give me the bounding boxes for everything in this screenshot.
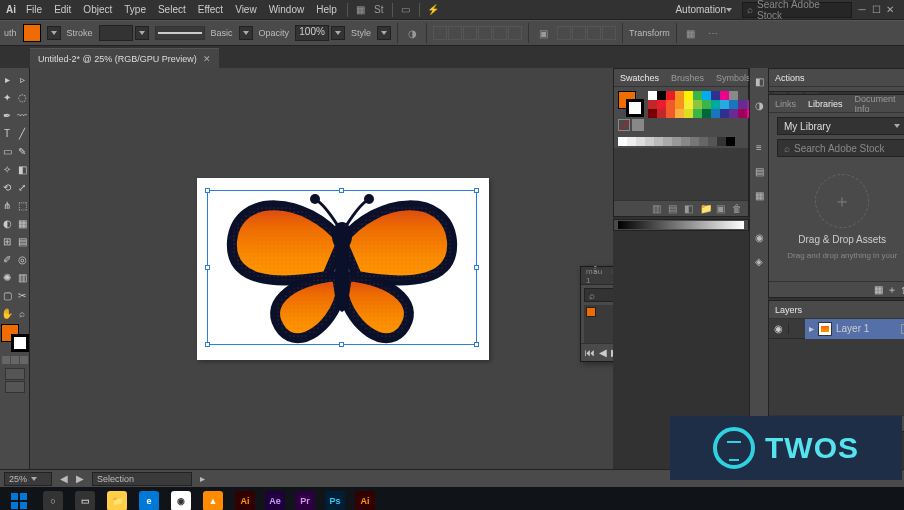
- fill-swatch[interactable]: [23, 24, 41, 42]
- transform-label[interactable]: Transform: [629, 28, 670, 38]
- artboard-tool[interactable]: ▢: [0, 286, 15, 304]
- color-swatch[interactable]: [720, 100, 729, 109]
- window-minimize[interactable]: ─: [856, 4, 868, 16]
- transparency-panel-icon[interactable]: ▦: [750, 186, 768, 204]
- color-swatch[interactable]: [675, 109, 684, 118]
- float-first-icon[interactable]: ⏮: [585, 347, 595, 358]
- artboard[interactable]: [197, 178, 489, 360]
- perspective-tool[interactable]: ▦: [15, 214, 30, 232]
- color-swatch[interactable]: [648, 91, 657, 100]
- menu-type[interactable]: Type: [118, 0, 152, 20]
- gray-swatch[interactable]: [699, 137, 708, 146]
- stroke-panel-icon[interactable]: ≡: [750, 138, 768, 156]
- shape-builder-tool[interactable]: ◐: [0, 214, 15, 232]
- gray-swatch[interactable]: [690, 137, 699, 146]
- stroke-weight-field[interactable]: [99, 25, 133, 41]
- gray-swatch[interactable]: [636, 137, 645, 146]
- gradient-panel-icon[interactable]: ▤: [750, 162, 768, 180]
- add-asset-icon[interactable]: ＋: [815, 174, 869, 228]
- zoom-field[interactable]: 25%: [4, 472, 52, 486]
- layer-visibility-icon[interactable]: ◉: [769, 323, 789, 334]
- align-group[interactable]: [433, 26, 522, 40]
- color-swatch[interactable]: [666, 109, 675, 118]
- gray-swatch[interactable]: [654, 137, 663, 146]
- adobe-stock-search[interactable]: ⌕Search Adobe Stock: [742, 2, 852, 18]
- color-swatch[interactable]: [720, 91, 729, 100]
- swatch-library-icon[interactable]: ▥: [652, 203, 664, 215]
- color-swatch[interactable]: [684, 91, 693, 100]
- color-swatch[interactable]: [648, 100, 657, 109]
- graphic-styles-panel-icon[interactable]: ◈: [750, 252, 768, 270]
- color-swatch[interactable]: [657, 91, 666, 100]
- start-button[interactable]: [2, 488, 36, 510]
- blend-tool[interactable]: ◎: [15, 250, 30, 268]
- line-tool[interactable]: ╱: [15, 124, 30, 142]
- pathfinder-group[interactable]: [557, 26, 616, 40]
- color-swatch[interactable]: [684, 100, 693, 109]
- color-swatch[interactable]: [657, 100, 666, 109]
- hand-tool[interactable]: ✋: [0, 304, 15, 322]
- tab-links[interactable]: Links: [769, 95, 802, 112]
- none-swatch-icon[interactable]: [618, 119, 630, 131]
- style-dropdown[interactable]: [377, 26, 391, 40]
- graph-tool[interactable]: ▥: [15, 268, 30, 286]
- color-swatch[interactable]: [657, 109, 666, 118]
- layer-name[interactable]: Layer 1: [836, 323, 869, 334]
- document-tab[interactable]: Untitled-2* @ 25% (RGB/GPU Preview) ✕: [30, 48, 219, 68]
- taskbar-search-icon[interactable]: ○: [38, 488, 68, 510]
- color-swatch[interactable]: [675, 100, 684, 109]
- menu-effect[interactable]: Effect: [192, 0, 229, 20]
- gray-swatch[interactable]: [717, 137, 726, 146]
- color-swatch[interactable]: [702, 100, 711, 109]
- menu-edit[interactable]: Edit: [48, 0, 77, 20]
- recolor-icon[interactable]: ◑: [404, 25, 420, 41]
- eraser-tool[interactable]: ◧: [15, 160, 30, 178]
- opacity-dropdown[interactable]: [331, 26, 345, 40]
- color-swatch[interactable]: [720, 109, 729, 118]
- curvature-tool[interactable]: 〰: [15, 106, 30, 124]
- artboard-nav-next-icon[interactable]: ▶: [76, 473, 84, 484]
- brush-dropdown[interactable]: [239, 26, 253, 40]
- taskbar-app-ps[interactable]: Ps: [320, 488, 350, 510]
- stock-icon[interactable]: St: [370, 4, 388, 15]
- grayscale-row[interactable]: [614, 135, 748, 148]
- gray-swatch[interactable]: [681, 137, 690, 146]
- float-search-field[interactable]: ⌕: [584, 288, 613, 302]
- menu-object[interactable]: Object: [77, 0, 118, 20]
- paintbrush-tool[interactable]: ✎: [15, 142, 30, 160]
- opacity-field[interactable]: 100%: [295, 25, 329, 41]
- registration-swatch[interactable]: [632, 119, 644, 131]
- swatch-fill-stroke[interactable]: [618, 91, 644, 117]
- pen-tool[interactable]: ✒: [0, 106, 15, 124]
- symbol-sprayer-tool[interactable]: ✺: [0, 268, 15, 286]
- float-tab-1[interactable]: mẫu 1: [581, 267, 607, 284]
- arrange-icon[interactable]: ▭: [397, 4, 415, 15]
- color-swatch[interactable]: [738, 100, 747, 109]
- color-swatch[interactable]: [666, 100, 675, 109]
- new-group-icon[interactable]: 📁: [700, 203, 712, 215]
- gradient-tool[interactable]: ▤: [15, 232, 30, 250]
- automation-dropdown[interactable]: Automation: [669, 0, 738, 20]
- menu-file[interactable]: File: [20, 0, 48, 20]
- menu-help[interactable]: Help: [310, 0, 343, 20]
- isolate-icon[interactable]: ▦: [683, 25, 699, 41]
- gray-swatch[interactable]: [618, 137, 627, 146]
- taskbar-app-ai[interactable]: Ai: [350, 488, 380, 510]
- library-dropzone[interactable]: ＋ Drag & Drop Assets Drag and drop anyth…: [777, 157, 904, 277]
- taskbar-edge-icon[interactable]: e: [134, 488, 164, 510]
- taskbar-taskview-icon[interactable]: ▭: [70, 488, 100, 510]
- menu-select[interactable]: Select: [152, 0, 192, 20]
- extra-icon[interactable]: ⋯: [705, 25, 721, 41]
- lib-view-icon[interactable]: ▦: [874, 284, 883, 295]
- screen-modes[interactable]: [5, 368, 25, 393]
- floating-swatches-panel[interactable]: mẫu 1 mẫu 2 mẫu 17 mẫu 41 ≡ ⌕ ⏮ ◀ ▶ ✕: [580, 266, 613, 362]
- gray-swatch[interactable]: [627, 137, 636, 146]
- swatch-kind-icon[interactable]: ▤: [668, 203, 680, 215]
- rectangle-tool[interactable]: ▭: [0, 142, 15, 160]
- library-dropdown[interactable]: My Library: [777, 117, 904, 135]
- tab-document-info[interactable]: Document Info: [849, 95, 902, 112]
- color-modes[interactable]: [2, 356, 28, 364]
- taskbar-chrome-icon[interactable]: ◉: [166, 488, 196, 510]
- color-swatch[interactable]: [729, 91, 738, 100]
- status-dropdown-icon[interactable]: ▸: [200, 473, 205, 484]
